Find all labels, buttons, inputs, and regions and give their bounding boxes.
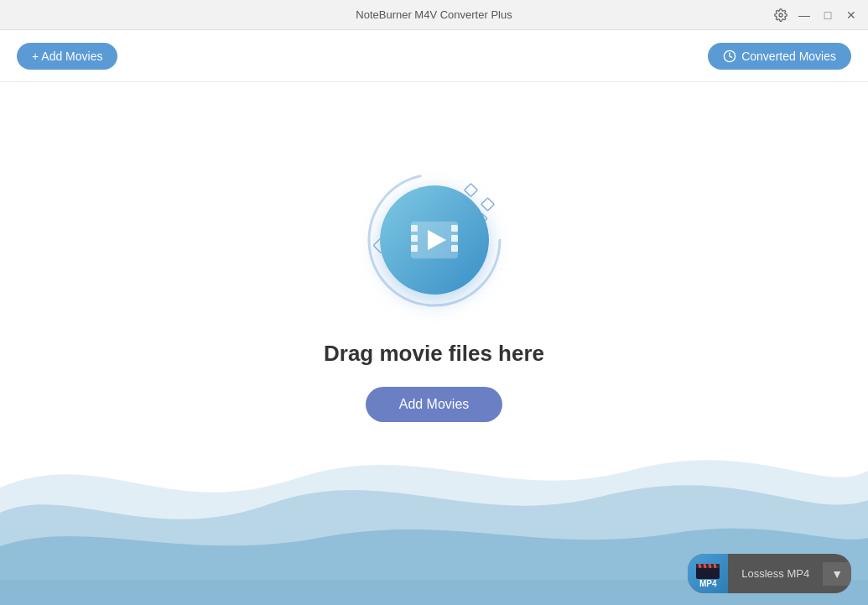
toolbar: + Add Movies Converted Movies: [0, 30, 868, 82]
format-dropdown-button[interactable]: ▼: [823, 562, 851, 586]
clock-icon: [723, 50, 736, 63]
minimize-button[interactable]: —: [796, 7, 813, 23]
svg-rect-14: [451, 235, 458, 242]
clapperboard-icon: [696, 559, 720, 579]
close-button[interactable]: ✕: [843, 7, 860, 23]
svg-rect-15: [451, 245, 458, 252]
svg-point-0: [779, 13, 782, 17]
title-bar: NoteBurner M4V Converter Plus — □ ✕: [0, 0, 868, 30]
film-strip-icon: [404, 210, 465, 270]
maximize-button[interactable]: □: [819, 7, 836, 23]
format-badge: MP4: [688, 554, 728, 593]
app-title: NoteBurner M4V Converter Plus: [356, 8, 512, 21]
add-movies-center-button[interactable]: Add Movies: [366, 387, 503, 422]
window-controls: — □ ✕: [772, 7, 860, 23]
main-content: Drag movie files here Add Movies: [0, 82, 868, 605]
settings-button[interactable]: [772, 7, 789, 23]
svg-rect-12: [411, 245, 418, 252]
drop-zone[interactable]: Drag movie files here Add Movies: [0, 82, 868, 605]
svg-rect-13: [451, 225, 458, 232]
add-movies-button[interactable]: + Add Movies: [17, 43, 117, 70]
drag-text: Drag movie files here: [324, 341, 544, 367]
svg-rect-11: [411, 235, 418, 242]
gear-icon: [774, 8, 787, 22]
converted-movies-button[interactable]: Converted Movies: [708, 43, 851, 70]
format-badge-text: MP4: [699, 579, 717, 588]
svg-rect-10: [411, 225, 418, 232]
film-icon-circle: [380, 185, 489, 295]
format-label: Lossless MP4: [728, 562, 823, 585]
format-selector: MP4 Lossless MP4 ▼: [688, 554, 851, 593]
icon-container: [359, 164, 510, 316]
